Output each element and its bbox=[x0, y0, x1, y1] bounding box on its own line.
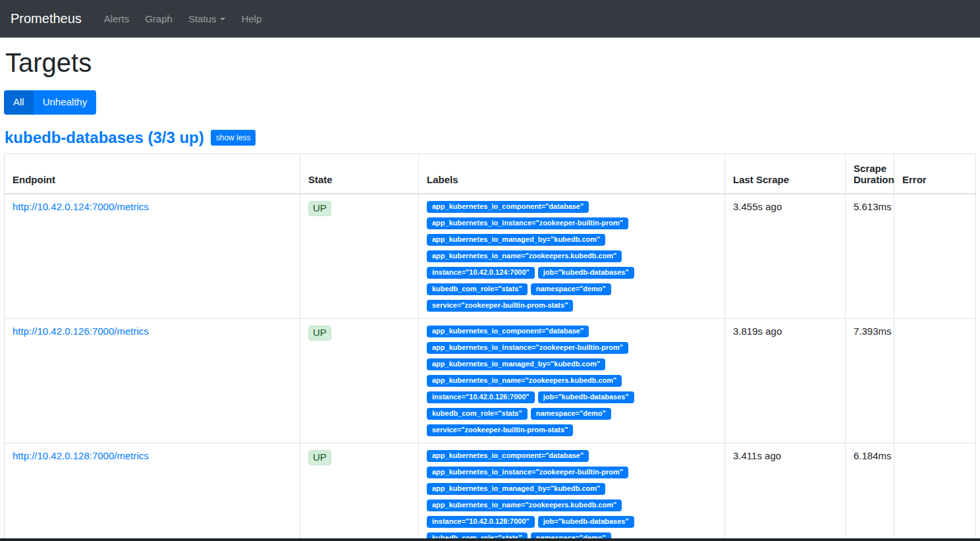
targets-table: Endpoint State Labels Last Scrape Scrape… bbox=[4, 154, 976, 541]
table-header-row: Endpoint State Labels Last Scrape Scrape… bbox=[5, 154, 976, 194]
labels-list: app_kubernetes_io_component="database"ap… bbox=[427, 201, 717, 312]
nav-item-alerts[interactable]: Alerts bbox=[96, 13, 137, 24]
label-badge: app_kubernetes_io_name="zookeepers.kubed… bbox=[427, 499, 622, 511]
label-badge: app_kubernetes_io_managed_by="kubedb.com… bbox=[427, 358, 605, 370]
filter-all-button[interactable]: All bbox=[4, 90, 34, 115]
show-less-button[interactable]: show less bbox=[211, 130, 256, 146]
label-badge: namespace="demo" bbox=[531, 408, 611, 420]
nav-item-status-label: Status bbox=[188, 13, 217, 24]
label-badge: instance="10.42.0.124:7000" bbox=[427, 267, 535, 279]
state-badge: UP bbox=[308, 450, 331, 466]
state-badge: UP bbox=[308, 201, 331, 217]
label-badge: instance="10.42.0.128:7000" bbox=[427, 516, 535, 528]
last-scrape-value: 3.819s ago bbox=[725, 318, 846, 443]
column-header-scrape-duration: Scrape Duration bbox=[846, 154, 894, 194]
page-title: Targets bbox=[5, 48, 976, 77]
scrape-duration-value: 5.613ms bbox=[846, 194, 894, 319]
error-value bbox=[894, 443, 976, 541]
label-badge: app_kubernetes_io_managed_by="kubedb.com… bbox=[427, 483, 605, 495]
column-header-state: State bbox=[300, 154, 419, 194]
table-row: http://10.42.0.128:7000/metrics UP app_k… bbox=[5, 443, 976, 541]
nav-item-help[interactable]: Help bbox=[233, 13, 269, 24]
error-value bbox=[894, 194, 976, 319]
label-badge: service="zookeeper-builtin-prom-stats" bbox=[427, 424, 573, 436]
chevron-down-icon bbox=[220, 18, 225, 20]
endpoint-link[interactable]: http://10.42.0.126:7000/metrics bbox=[13, 326, 149, 337]
column-header-last-scrape: Last Scrape bbox=[725, 154, 846, 194]
bottom-edge-strip bbox=[0, 538, 980, 541]
brand-prometheus[interactable]: Prometheus bbox=[5, 11, 87, 26]
last-scrape-value: 3.455s ago bbox=[725, 194, 846, 319]
nav-item-status[interactable]: Status bbox=[180, 13, 234, 24]
nav-item-graph-label: Graph bbox=[145, 13, 173, 24]
label-badge: app_kubernetes_io_component="database" bbox=[427, 450, 589, 462]
endpoint-link[interactable]: http://10.42.0.128:7000/metrics bbox=[13, 450, 149, 461]
labels-list: app_kubernetes_io_component="database"ap… bbox=[427, 326, 717, 436]
navbar: Prometheus Alerts Graph Status Help bbox=[0, 0, 980, 38]
label-badge: app_kubernetes_io_component="database" bbox=[427, 326, 589, 337]
column-header-endpoint: Endpoint bbox=[5, 154, 300, 194]
label-badge: app_kubernetes_io_instance="zookeeper-bu… bbox=[427, 467, 628, 478]
label-badge: kubedb_com_role="stats" bbox=[427, 283, 528, 295]
endpoint-link[interactable]: http://10.42.0.124:7000/metrics bbox=[13, 201, 149, 212]
nav-item-alerts-label: Alerts bbox=[104, 13, 129, 24]
label-badge: instance="10.42.0.126:7000" bbox=[427, 391, 535, 403]
nav-item-help-label: Help bbox=[241, 13, 261, 24]
error-value bbox=[894, 318, 976, 443]
main-content: Targets All Unhealthy kubedb-databases (… bbox=[0, 48, 980, 541]
table-row: http://10.42.0.126:7000/metrics UP app_k… bbox=[5, 318, 976, 443]
label-badge: app_kubernetes_io_instance="zookeeper-bu… bbox=[427, 217, 628, 229]
label-badge: namespace="demo" bbox=[531, 283, 611, 295]
label-badge: app_kubernetes_io_name="zookeepers.kubed… bbox=[427, 250, 622, 262]
scrape-duration-value: 7.393ms bbox=[846, 318, 894, 443]
label-badge: job="kubedb-databases" bbox=[538, 267, 634, 279]
column-header-error: Error bbox=[894, 154, 976, 194]
column-header-labels: Labels bbox=[419, 154, 725, 194]
label-badge: service="zookeeper-builtin-prom-stats" bbox=[427, 300, 573, 312]
label-badge: app_kubernetes_io_name="zookeepers.kubed… bbox=[427, 375, 622, 387]
label-badge: app_kubernetes_io_managed_by="kubedb.com… bbox=[427, 234, 605, 246]
label-badge: app_kubernetes_io_instance="zookeeper-bu… bbox=[427, 342, 628, 354]
nav-item-graph[interactable]: Graph bbox=[137, 13, 180, 24]
table-row: http://10.42.0.124:7000/metrics UP app_k… bbox=[5, 194, 976, 319]
state-badge: UP bbox=[308, 326, 331, 341]
label-badge: job="kubedb-databases" bbox=[538, 516, 634, 528]
scrape-duration-value: 6.184ms bbox=[846, 443, 894, 541]
target-filter-group: All Unhealthy bbox=[4, 90, 96, 115]
filter-unhealthy-button[interactable]: Unhealthy bbox=[34, 90, 97, 115]
label-badge: app_kubernetes_io_component="database" bbox=[427, 201, 589, 213]
last-scrape-value: 3.411s ago bbox=[725, 443, 846, 541]
job-heading-row: kubedb-databases (3/3 up) show less bbox=[5, 129, 976, 146]
label-badge: kubedb_com_role="stats" bbox=[427, 408, 528, 420]
job-heading: kubedb-databases (3/3 up) bbox=[5, 129, 204, 146]
label-badge: job="kubedb-databases" bbox=[538, 391, 634, 403]
labels-list: app_kubernetes_io_component="database"ap… bbox=[427, 450, 717, 541]
